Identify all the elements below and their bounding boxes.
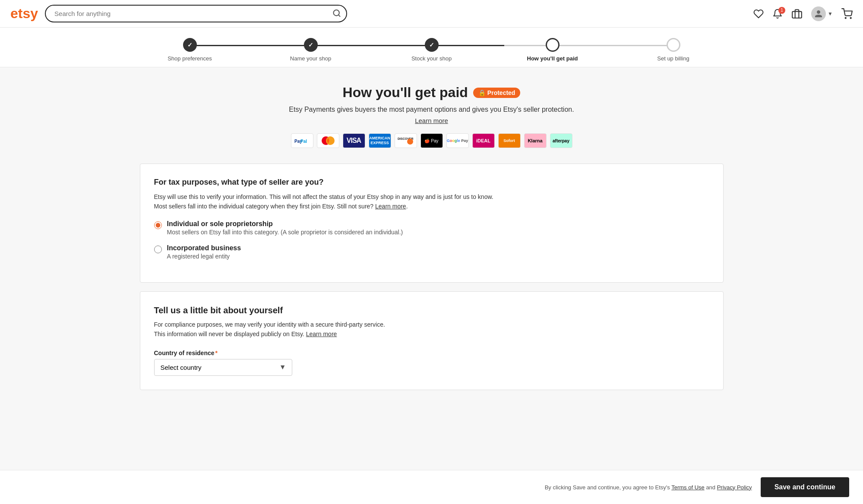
svg-text:Pal: Pal xyxy=(300,139,307,144)
payment-logo-afterpay: afterpay xyxy=(550,133,572,148)
svg-line-1 xyxy=(338,15,340,16)
payment-logo-ideal: iDEAL xyxy=(472,133,495,148)
progress-section: ✓ Shop preferences ✓ Name your shop ✓ St… xyxy=(0,28,863,67)
step-label-1: Shop preferences xyxy=(168,55,212,62)
step-circle-4 xyxy=(546,38,560,52)
seller-type-card: For tax purposes, what type of seller ar… xyxy=(140,164,724,283)
about-title: Tell us a little bit about yourself xyxy=(154,306,709,315)
search-input[interactable] xyxy=(45,5,347,22)
payment-logo-applepay: 🍎 Pay xyxy=(420,133,443,148)
svg-point-3 xyxy=(845,17,846,18)
seller-type-learn-more[interactable]: Learn more xyxy=(375,203,406,210)
step-label-3: Stock your shop xyxy=(411,55,452,62)
avatar-chevron: ▼ xyxy=(828,11,833,17)
svg-point-4 xyxy=(850,17,851,18)
payment-logo-klarna: Klarna xyxy=(524,133,547,148)
step-label-5: Set up billing xyxy=(657,55,689,62)
radio-incorporated-input[interactable] xyxy=(154,246,162,253)
etsy-logo[interactable]: etsy xyxy=(10,6,38,22)
payment-logo-visa: VISA xyxy=(343,133,365,148)
step-circle-5 xyxy=(667,38,680,52)
step-circle-3: ✓ xyxy=(425,38,439,52)
hero-subtitle: Etsy Payments gives buyers the most paym… xyxy=(140,106,724,113)
step-stock-shop[interactable]: ✓ Stock your shop xyxy=(371,38,492,62)
progress-bar: ✓ Shop preferences ✓ Name your shop ✓ St… xyxy=(130,38,734,62)
radio-individual-label: Individual or sole proprietorship xyxy=(167,220,403,228)
step-billing[interactable]: Set up billing xyxy=(613,38,734,62)
svg-rect-2 xyxy=(792,11,802,18)
seller-type-title: For tax purposes, what type of seller ar… xyxy=(154,178,709,187)
search-button[interactable] xyxy=(332,9,341,19)
cart-button[interactable] xyxy=(841,8,853,19)
step-get-paid[interactable]: How you'll get paid xyxy=(492,38,613,62)
avatar xyxy=(811,6,826,21)
payment-logo-sofort: Sofort xyxy=(498,133,521,148)
favorites-button[interactable] xyxy=(753,9,764,19)
radio-incorporated: Incorporated business A registered legal… xyxy=(154,244,709,260)
header: etsy 1 xyxy=(0,0,863,28)
step-label-2: Name your shop xyxy=(290,55,331,62)
radio-incorporated-content: Incorporated business A registered legal… xyxy=(167,244,241,260)
payment-logo-googlepay: Google Pay xyxy=(446,133,469,148)
seller-type-desc: Etsy will use this to verify your inform… xyxy=(154,192,709,211)
about-section-card: Tell us a little bit about yourself For … xyxy=(140,291,724,390)
main-content: How you'll get paid 🔒 Protected Etsy Pay… xyxy=(130,67,734,450)
radio-individual: Individual or sole proprietorship Most s… xyxy=(154,220,709,236)
payment-logo-paypal: Pay Pal xyxy=(291,133,313,148)
svg-point-10 xyxy=(407,139,413,145)
step-circle-1: ✓ xyxy=(183,38,197,52)
payment-logos: Pay Pal VISA AMERICANEXPRESS DISCOVER xyxy=(140,133,724,148)
radio-incorporated-label: Incorporated business xyxy=(167,244,241,252)
shop-manager-button[interactable] xyxy=(791,8,803,19)
step-shop-preferences[interactable]: ✓ Shop preferences xyxy=(130,38,250,62)
hero-section: How you'll get paid 🔒 Protected Etsy Pay… xyxy=(140,85,724,148)
payment-logo-amex: AMERICANEXPRESS xyxy=(369,133,391,148)
step-name-shop[interactable]: ✓ Name your shop xyxy=(250,38,371,62)
payment-logo-mastercard xyxy=(317,133,339,148)
notification-count: 1 xyxy=(778,7,785,14)
country-select-wrapper: Select country United States United King… xyxy=(154,359,292,376)
radio-individual-content: Individual or sole proprietorship Most s… xyxy=(167,220,403,236)
radio-individual-sublabel: Most sellers on Etsy fall into this cate… xyxy=(167,229,403,236)
payment-logo-discover: DISCOVER xyxy=(395,133,417,148)
user-avatar-button[interactable]: ▼ xyxy=(811,6,833,21)
about-desc: For compliance purposes, we may verify y… xyxy=(154,320,709,339)
radio-individual-input[interactable] xyxy=(154,221,162,229)
radio-incorporated-sublabel: A registered legal entity xyxy=(167,253,241,260)
country-select[interactable]: Select country United States United King… xyxy=(154,359,292,376)
step-label-4: How you'll get paid xyxy=(527,55,578,62)
notifications-button[interactable]: 1 xyxy=(772,9,783,19)
header-actions: 1 ▼ xyxy=(753,6,853,21)
page-title: How you'll get paid 🔒 Protected xyxy=(343,85,521,101)
hero-learn-more-link[interactable]: Learn more xyxy=(415,117,448,124)
about-learn-more[interactable]: Learn more xyxy=(306,331,337,337)
country-field-label: Country of residence * xyxy=(154,350,709,356)
protected-badge: 🔒 Protected xyxy=(473,88,521,98)
search-bar-container xyxy=(45,5,347,22)
required-star: * xyxy=(215,350,218,356)
step-circle-2: ✓ xyxy=(304,38,318,52)
